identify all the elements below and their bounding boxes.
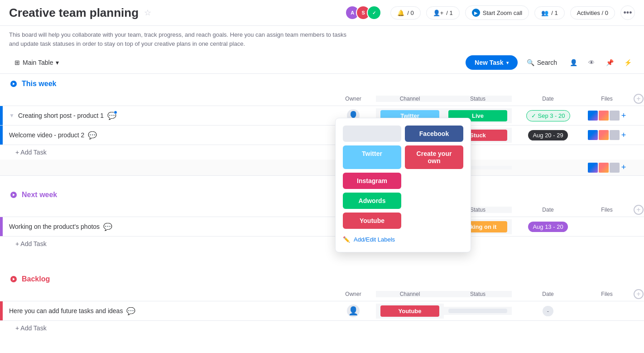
add-edit-labels-button[interactable]: ✏️ Add/Edit Labels (343, 234, 463, 245)
file-thumb-2[interactable] (599, 163, 609, 173)
new-task-label: New Task (475, 59, 504, 66)
task-icons: 💬 (126, 307, 135, 315)
zoom-button[interactable]: ▶ Start Zoom call (465, 5, 529, 20)
person-count: / 1 (551, 10, 557, 16)
add-file-icon[interactable]: + (621, 163, 626, 172)
filter-icon: ⚡ (624, 59, 632, 66)
this-week-toggle[interactable] (9, 79, 18, 88)
new-task-button[interactable]: New Task ▾ (466, 55, 518, 70)
date-tag[interactable]: ✓ Sep 3 - 20 (526, 110, 570, 121)
add-file-icon[interactable]: + (621, 131, 626, 140)
status-tag[interactable] (448, 309, 507, 313)
row-date-cell[interactable]: Aug 20 - 29 (512, 130, 584, 140)
avatar-3[interactable]: ✓ (367, 5, 381, 20)
table-row: ▼ Creating short post - product 1 💬 👤 Tw… (0, 106, 644, 126)
dropdown-item-adwords[interactable]: Adwords (343, 193, 401, 209)
file-thumb-2[interactable] (599, 130, 609, 140)
next-week-col-headers: Owner Channel Status Date Files + (0, 203, 644, 217)
activities-label: Activities / 0 (577, 10, 608, 16)
col-status-header: Status (444, 291, 512, 297)
dropdown-item-create-own[interactable]: Create your own (405, 145, 463, 169)
bell-button[interactable]: 🔔 / 0 (390, 6, 420, 19)
row-task-cell: Working on the product's photos 💬 (3, 219, 331, 235)
add-column-button[interactable]: + (634, 289, 644, 299)
search-button[interactable]: 🔍 Search (521, 56, 562, 69)
add-column-button[interactable]: + (634, 205, 644, 215)
person-button[interactable]: 👥 / 1 (534, 6, 564, 19)
backlog-header: Backlog (0, 269, 644, 287)
add-task-row[interactable]: + Add Task (0, 145, 644, 160)
channel-dropdown: Facebook Twitter Create your own Instagr… (335, 118, 471, 252)
col-files-header: Files (584, 207, 630, 213)
dropdown-item-facebook[interactable]: Facebook (405, 126, 463, 142)
date-tag[interactable]: Aug 20 - 29 (528, 130, 567, 140)
zoom-icon: ▶ (472, 9, 480, 17)
dropdown-spacer-3 (405, 213, 463, 229)
row-task-cell: Here you can add future tasks and ideas … (3, 303, 331, 319)
channel-tag[interactable]: Youtube (380, 305, 439, 317)
eye-view-button[interactable]: 👁 (584, 55, 599, 70)
pencil-icon: ✏️ (343, 236, 350, 243)
search-label: Search (537, 59, 557, 66)
row-date-cell[interactable]: - (512, 306, 584, 316)
chat-icon[interactable]: 💬 (88, 131, 97, 140)
this-week-section: This week Owner Channel Status Date File… (0, 74, 644, 176)
row-channel-cell[interactable]: Youtube (376, 304, 444, 319)
dropdown-item-empty[interactable] (343, 126, 401, 142)
col-add-header: + (630, 94, 644, 104)
file-thumb-3[interactable] (610, 111, 620, 121)
dropdown-item-youtube[interactable]: Youtube (343, 213, 401, 229)
dropdown-item-twitter[interactable]: Twitter (343, 145, 401, 169)
file-thumb[interactable] (588, 163, 598, 173)
row-date-cell[interactable]: ✓ Sep 3 - 20 (512, 110, 584, 121)
file-thumb-1[interactable] (588, 130, 598, 140)
add-column-button[interactable]: + (634, 94, 644, 104)
more-button[interactable]: ••• (620, 5, 635, 20)
bell-icon: 🔔 (397, 10, 404, 16)
avatar-group: A S ✓ (345, 5, 381, 20)
new-task-caret: ▾ (506, 60, 509, 65)
row-status-cell[interactable] (444, 307, 512, 315)
chat-icon[interactable]: 💬 (103, 222, 112, 231)
pin-button[interactable]: 📌 (602, 55, 617, 70)
invite-icon: 👤+ (433, 10, 444, 16)
file-thumb-2[interactable] (599, 111, 609, 121)
person-view-button[interactable]: 👤 (566, 55, 581, 70)
date-tag[interactable]: Aug 13 - 20 (528, 222, 567, 232)
add-task-row[interactable]: + Add Task (0, 237, 644, 251)
add-task-row[interactable]: + Add Task (0, 321, 644, 335)
person-view-icon: 👤 (570, 59, 577, 66)
table-icon: ⊞ (14, 59, 20, 66)
add-task-label: + Add Task (15, 324, 47, 332)
pin-icon: 📌 (606, 59, 614, 66)
file-thumb-3[interactable] (610, 163, 620, 173)
row-owner-cell: 👤 (331, 305, 376, 317)
row-task-cell: Welcome video - product 2 💬 (3, 127, 331, 143)
owner-avatar[interactable]: 👤 (347, 305, 360, 317)
col-add-header: + (630, 205, 644, 215)
activities-button[interactable]: Activities / 0 (570, 6, 615, 19)
col-files-header: Files (584, 291, 630, 297)
this-week-title: This week (22, 80, 56, 88)
expand-icon[interactable]: ▼ (9, 112, 14, 119)
chat-icon[interactable]: 💬 (126, 307, 135, 315)
main-table-button[interactable]: ⊞ Main Table ▾ (9, 56, 64, 69)
row-date-cell[interactable]: Aug 13 - 20 (512, 222, 584, 232)
backlog-toggle[interactable] (9, 275, 18, 284)
add-task-label: + Add Task (15, 240, 47, 247)
chat-icon[interactable]: 💬 (107, 111, 116, 120)
star-icon[interactable]: ☆ (144, 8, 151, 18)
file-thumb-3[interactable] (610, 130, 620, 140)
date-tag[interactable]: - (543, 306, 553, 316)
invite-button[interactable]: 👤+ / 1 (426, 6, 460, 19)
filter-button[interactable]: ⚡ (620, 55, 635, 70)
add-file-icon[interactable]: + (621, 111, 626, 121)
task-icons: 💬 (103, 222, 112, 231)
file-thumb-1[interactable] (588, 111, 598, 121)
next-week-toggle[interactable] (9, 190, 18, 199)
col-task-header (5, 292, 331, 296)
table-row: Working on the product's photos 💬 👤 Work… (0, 217, 644, 237)
desc-line-1: This board will help you collaborate wit… (9, 30, 353, 39)
dropdown-item-instagram[interactable]: Instagram (343, 173, 401, 189)
task-name: Welcome video - product 2 (9, 131, 84, 139)
